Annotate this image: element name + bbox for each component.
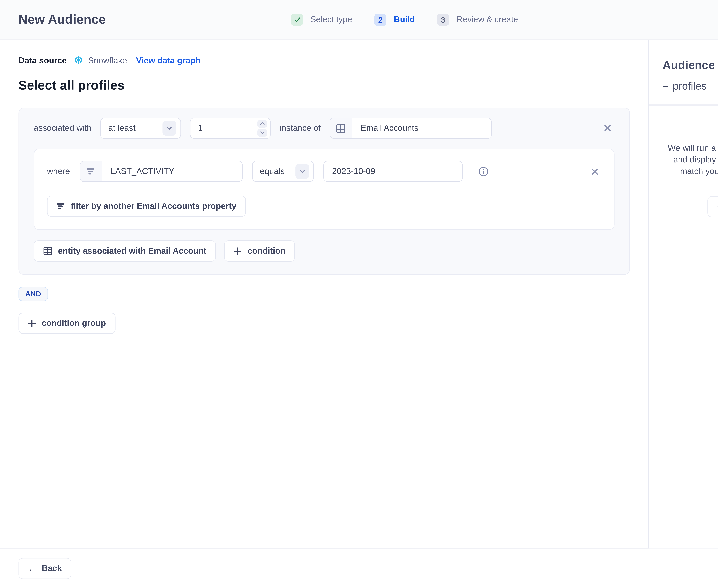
filter-button-row: filter by another Email Accounts propert… [47, 196, 601, 217]
footer-bar: ← Back Next → [0, 548, 718, 588]
top-bar: New Audience Select type 2 Build 3 Revie… [0, 0, 718, 40]
condition-group-card: associated with at least 1 [19, 107, 630, 275]
check-icon [291, 14, 303, 25]
profile-count-row: – profiles [662, 80, 718, 92]
operator-select[interactable]: equals [252, 161, 314, 182]
step-number-badge: 2 [374, 14, 386, 25]
step-number-badge: 3 [437, 14, 449, 25]
where-row: where LAST_ACTIVITY equals [47, 161, 601, 182]
entity-select[interactable]: Email Accounts [330, 118, 492, 139]
chevron-down-icon [163, 121, 177, 135]
remove-condition-button[interactable] [601, 121, 615, 135]
condition-group-actions: condition group [19, 313, 630, 334]
audience-preview-panel: Audience preview – profiles We will run … [648, 40, 718, 548]
quantifier-value: at least [108, 123, 136, 133]
back-button[interactable]: ← Back [19, 558, 71, 579]
add-condition-group-label: condition group [42, 318, 106, 328]
view-data-graph-link[interactable]: View data graph [136, 56, 201, 65]
stepper-down-icon[interactable] [258, 129, 267, 136]
associated-with-label: associated with [34, 123, 91, 133]
remove-where-button[interactable] [588, 165, 601, 178]
table-icon [43, 247, 52, 255]
page-title: New Audience [19, 12, 106, 27]
preview-panel-header: Audience preview – profiles [649, 40, 718, 92]
association-condition-row: associated with at least 1 [34, 118, 614, 139]
operator-value: equals [260, 167, 285, 176]
value-input[interactable]: 2023-10-09 [323, 161, 463, 182]
step-select-type[interactable]: Select type [291, 14, 352, 25]
back-button-label: Back [42, 564, 62, 573]
quantifier-select[interactable]: at least [100, 118, 181, 139]
step-label: Build [394, 15, 415, 24]
entity-value: Email Accounts [352, 123, 427, 133]
step-review-create[interactable]: 3 Review & create [437, 14, 518, 25]
data-source-label: Data source [19, 56, 67, 65]
property-select[interactable]: LAST_ACTIVITY [79, 161, 242, 182]
stepper-nav: Select type 2 Build 3 Review & create [291, 0, 518, 39]
preview-panel-divider [649, 104, 718, 105]
step-label: Review & create [457, 15, 518, 24]
add-condition-label: condition [248, 246, 286, 256]
and-badge-row: AND [19, 275, 630, 301]
where-clause-card: where LAST_ACTIVITY equals [34, 149, 614, 230]
and-operator-badge[interactable]: AND [19, 287, 48, 301]
count-value: 1 [198, 123, 203, 133]
eye-icon [717, 203, 718, 211]
snowflake-icon: ❄ [74, 55, 83, 66]
data-source-row: Data source ❄ Snowflake View data graph [19, 55, 630, 66]
content-area: Data source ❄ Snowflake View data graph … [0, 40, 718, 548]
plus-icon [234, 247, 242, 255]
preview-button[interactable]: Preview [707, 196, 718, 217]
preview-panel-title: Audience preview [662, 59, 718, 72]
property-value: LAST_ACTIVITY [102, 167, 183, 176]
chevron-down-icon [295, 164, 309, 179]
arrow-left-icon: ← [28, 564, 37, 573]
entity-associated-label: entity associated with Email Account [58, 246, 206, 256]
count-input[interactable]: 1 [190, 118, 271, 139]
filter-icon [57, 203, 65, 210]
info-icon[interactable] [476, 164, 490, 178]
step-build[interactable]: 2 Build [374, 14, 415, 25]
entity-associated-button[interactable]: entity associated with Email Account [34, 240, 216, 261]
table-icon [330, 118, 352, 138]
step-label: Select type [310, 15, 352, 24]
instance-of-label: instance of [280, 123, 321, 133]
section-heading: Select all profiles [19, 78, 630, 93]
audience-builder: Data source ❄ Snowflake View data graph … [0, 40, 648, 548]
profile-count-value: – [662, 80, 669, 92]
preview-description: We will run a query on your warehouse an… [663, 142, 718, 177]
value-text: 2023-10-09 [332, 167, 375, 176]
add-condition-button[interactable]: condition [224, 240, 295, 261]
preview-panel-body: We will run a query on your warehouse an… [649, 106, 718, 217]
new-audience-screen: New Audience Select type 2 Build 3 Revie… [0, 0, 718, 588]
profile-count-unit: profiles [673, 80, 707, 92]
add-condition-group-button[interactable]: condition group [19, 313, 116, 334]
plus-icon [28, 319, 36, 327]
add-property-filter-label: filter by another Email Accounts propert… [71, 202, 237, 211]
stepper-up-icon[interactable] [258, 120, 267, 127]
add-property-filter-button[interactable]: filter by another Email Accounts propert… [47, 196, 246, 217]
data-source-name: Snowflake [88, 56, 127, 65]
count-stepper [258, 120, 267, 136]
where-label: where [47, 167, 70, 176]
condition-card-actions: entity associated with Email Account con… [34, 240, 614, 261]
filter-icon [80, 161, 102, 182]
